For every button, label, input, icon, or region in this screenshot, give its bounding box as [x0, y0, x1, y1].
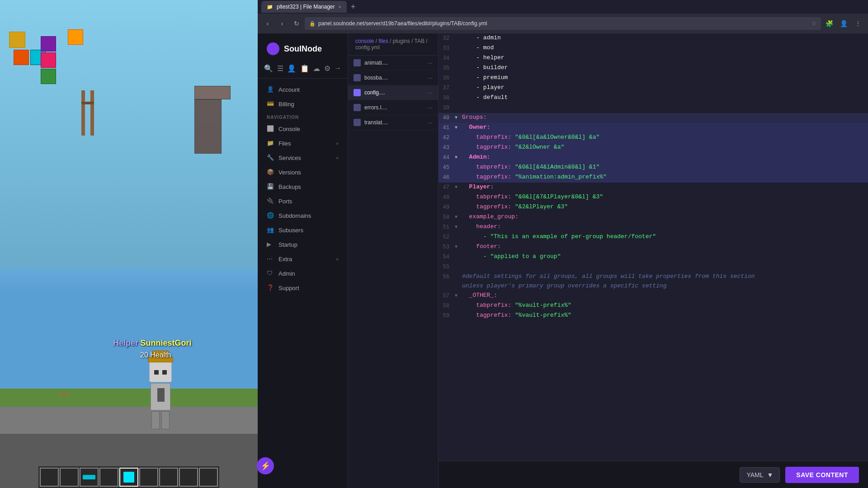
line-50: 50 ▼ example_group:	[439, 212, 868, 222]
sidebar-gear-icon[interactable]: ⚙	[324, 64, 330, 73]
files-icon: 📁	[267, 140, 274, 147]
breadcrumb-console[interactable]: console	[355, 38, 374, 44]
menu-icon[interactable]: ⋮	[852, 17, 864, 30]
file-item-4[interactable]: translat.... ···	[348, 115, 438, 130]
file-item-0[interactable]: animati.... ···	[348, 56, 438, 70]
sidebar-item-services[interactable]: 🔧 Services »	[258, 150, 348, 165]
file-browser: console / files / plugins / TAB / config…	[348, 33, 439, 488]
billing-icon: 💳	[267, 100, 274, 108]
tab-favicon: 📁	[267, 4, 273, 10]
sidebar-item-subusers[interactable]: 👥 Subusers	[258, 223, 348, 237]
save-content-button[interactable]: SAVE CONTENT	[785, 467, 859, 483]
floating-icon: ⚡	[260, 461, 270, 471]
sidebar-item-extra[interactable]: ⋯ Extra »	[258, 252, 348, 266]
subdomains-icon: 🌐	[267, 212, 274, 219]
tab-bar: 📁 pltest323 | File Manager × +	[258, 0, 868, 14]
new-tab-button[interactable]: +	[347, 1, 359, 13]
file-item-1[interactable]: bossba.... ···	[348, 70, 438, 85]
player-name: SunniestGori	[140, 338, 191, 347]
files-arrow: »	[336, 141, 339, 146]
tab-close-button[interactable]: ×	[339, 4, 341, 9]
file-item-2[interactable]: config.... ···	[348, 85, 438, 100]
extra-icon: ⋯	[267, 255, 274, 263]
services-icon: 🔧	[267, 154, 274, 161]
file-more-2[interactable]: ···	[427, 89, 433, 96]
sidebar-item-backups[interactable]: 💾 Backups	[258, 179, 348, 194]
support-label: Support	[278, 285, 299, 291]
sidebar-cloud-icon[interactable]: ☁	[313, 64, 320, 73]
sidebar-item-versions[interactable]: 📦 Versions	[258, 165, 348, 179]
language-selector[interactable]: YAML ▼	[740, 467, 780, 483]
editor-content[interactable]: 32 - admin 33 - mod 34 - helper 35 - bui…	[439, 33, 868, 461]
navigation-bar: ‹ › ↻ 🔒 panel.soulnode.net/server/d19b7a…	[258, 14, 868, 33]
sidebar-item-files[interactable]: 📁 Files »	[258, 136, 348, 150]
line-43: 43 tagprefix: "&2&lOwner &a"	[439, 143, 868, 153]
forward-button[interactable]: ›	[276, 17, 288, 30]
refresh-button[interactable]: ↻	[290, 17, 303, 30]
sidebar-user-icon[interactable]: 👤	[287, 64, 296, 73]
file-name-2: config....	[364, 89, 424, 96]
sidebar-doc-icon[interactable]: 📋	[300, 64, 309, 73]
sidebar-item-ports[interactable]: 🔌 Ports	[258, 194, 348, 208]
admin-icon: 🛡	[267, 270, 274, 277]
startup-icon: ▶	[267, 241, 274, 248]
line-56: 56 #default settings for all groups, all…	[439, 272, 868, 291]
language-label: YAML	[746, 471, 763, 479]
file-more-1[interactable]: ···	[427, 74, 433, 81]
file-more-3[interactable]: ···	[427, 104, 433, 111]
file-more-0[interactable]: ···	[427, 59, 433, 66]
line-49: 49 tagprefix: "&2&lPlayer &3"	[439, 202, 868, 212]
nav-section-label: NAVIGATION	[258, 111, 348, 122]
logo-icon	[267, 42, 279, 55]
url-text: panel.soulnode.net/server/d19b7aea/files…	[318, 20, 487, 27]
line-57: 57 ▼ _OTHER_:	[439, 291, 868, 301]
line-48: 48 tabprefix: "&0&l[&7&lPlayer&0&l] &3"	[439, 192, 868, 202]
sidebar-list-icon[interactable]: ☰	[277, 64, 283, 73]
line-45: 45 tabprefix: "&0&l[&4&lAdmin&0&l] &1"	[439, 163, 868, 173]
file-icon-3	[354, 104, 361, 111]
active-tab[interactable]: 📁 pltest323 | File Manager ×	[261, 1, 347, 13]
sidebar-item-console[interactable]: ⬜ Console	[258, 122, 348, 136]
line-32: 32 - admin	[439, 33, 868, 43]
file-item-3[interactable]: errors.l.... ···	[348, 100, 438, 115]
line-41: 41 ▼ Owner:	[439, 123, 868, 133]
sidebar-exit-icon[interactable]: →	[334, 64, 341, 73]
subdomains-label: Subdomains	[278, 212, 311, 219]
logo: SoulNode	[258, 42, 348, 64]
code-editor: 32 - admin 33 - mod 34 - helper 35 - bui…	[439, 33, 868, 488]
support-icon: ❓	[267, 284, 274, 291]
startup-label: Startup	[278, 241, 297, 248]
star-icon[interactable]: ☆	[811, 20, 816, 27]
versions-icon: 📦	[267, 169, 274, 176]
file-more-4[interactable]: ···	[427, 119, 433, 126]
line-59: 59 tagprefix: "%vault-prefix%"	[439, 311, 868, 321]
line-38: 38 - default	[439, 93, 868, 103]
versions-label: Versions	[278, 169, 301, 176]
account-label: Account	[278, 86, 300, 93]
sidebar-search-icon[interactable]: 🔍	[264, 64, 273, 73]
file-icon-2	[354, 89, 361, 96]
file-list: animati.... ··· bossba.... ··· config...…	[348, 56, 438, 488]
line-33: 33 - mod	[439, 43, 868, 53]
line-44: 44 ▼ Admin:	[439, 153, 868, 163]
breadcrumb: console / files / plugins / TAB / config…	[348, 33, 438, 56]
extensions-icon[interactable]: 🧩	[823, 17, 835, 30]
backups-icon: 💾	[267, 183, 274, 190]
sidebar-item-subdomains[interactable]: 🌐 Subdomains	[258, 208, 348, 223]
extra-arrow: »	[336, 256, 339, 262]
address-bar[interactable]: 🔒 panel.soulnode.net/server/d19b7aea/fil…	[305, 17, 821, 30]
console-icon: ⬜	[267, 125, 274, 132]
sidebar-item-startup[interactable]: ▶ Startup	[258, 237, 348, 252]
sidebar-item-admin[interactable]: 🛡 Admin	[258, 266, 348, 281]
file-name-0: animati....	[364, 60, 424, 66]
sidebar-item-support[interactable]: ❓ Support	[258, 281, 348, 295]
floating-action-button[interactable]: ⚡	[257, 457, 274, 474]
sidebar-item-account[interactable]: 👤 Account	[258, 82, 348, 97]
breadcrumb-files[interactable]: files	[378, 38, 388, 44]
profile-icon[interactable]: 👤	[837, 17, 850, 30]
sidebar-item-billing[interactable]: 💳 Billing	[258, 97, 348, 111]
logo-text: SoulNode	[284, 44, 322, 54]
subusers-icon: 👥	[267, 226, 274, 234]
player-health-display: 20 Health	[140, 351, 171, 359]
back-button[interactable]: ‹	[261, 17, 274, 30]
